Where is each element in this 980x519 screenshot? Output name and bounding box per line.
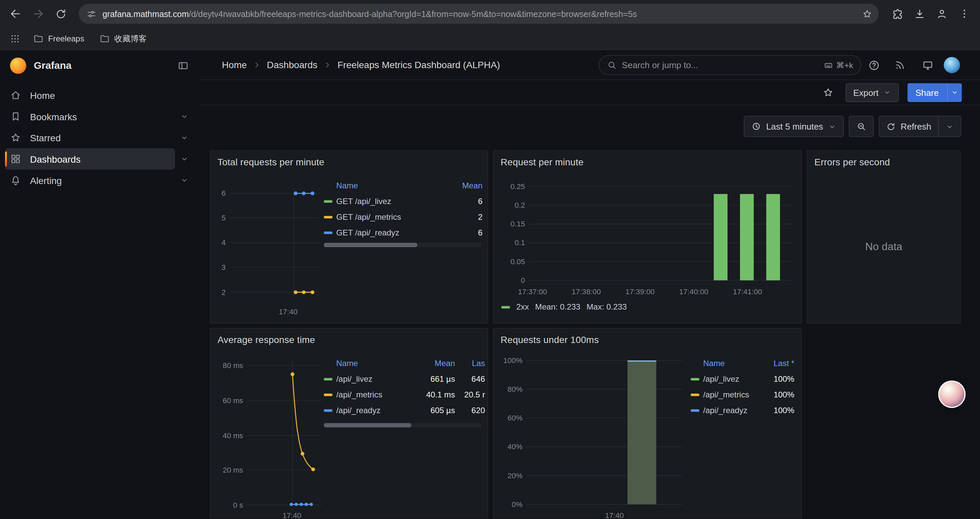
- sidebar-item-dashboards[interactable]: Dashboards: [5, 148, 175, 170]
- browser-window: grafana.mathmast.com/d/deytv4rwavabkb/fr…: [0, 0, 980, 519]
- scrollbar-thumb[interactable]: [324, 243, 418, 247]
- bookmark-label: Freeleaps: [48, 34, 84, 43]
- table-row[interactable]: /api/_livez 661 µs 646: [324, 371, 488, 387]
- refresh-split-button: Refresh: [878, 116, 961, 137]
- col-name[interactable]: Name: [336, 181, 448, 190]
- news-button[interactable]: [890, 55, 910, 75]
- sidebar-item-home[interactable]: Home: [5, 85, 194, 106]
- table-scrollbar[interactable]: [324, 423, 482, 428]
- table-scrollbar[interactable]: [324, 243, 482, 247]
- table-row[interactable]: GET /api/_readyz 6: [324, 225, 483, 241]
- y-tick: 0%: [496, 498, 523, 510]
- user-avatar[interactable]: [943, 57, 960, 73]
- expand-starred-button[interactable]: [175, 127, 194, 148]
- bookmark-star-button[interactable]: [859, 6, 875, 22]
- series-swatch: [690, 409, 699, 411]
- table-row[interactable]: GET /api/_metrics 2: [324, 209, 483, 225]
- y-tick: 40%: [496, 441, 523, 452]
- bar-chart: [527, 356, 682, 510]
- sidebar-item-alerting[interactable]: Alerting: [5, 170, 175, 191]
- bookmark-folder-blogs[interactable]: 收藏博客: [94, 30, 153, 47]
- sidebar-item-starred[interactable]: Starred: [5, 127, 175, 148]
- bookmark-icon: [10, 111, 21, 122]
- panel-title[interactable]: Errors per second: [814, 156, 890, 167]
- breadcrumb-current[interactable]: Freeleaps Metrics Dashboard (ALPHA): [337, 59, 500, 70]
- active-item-accent: [5, 151, 7, 166]
- bookmarks-bar: Freeleaps 收藏博客: [0, 27, 980, 50]
- profile-button[interactable]: [931, 3, 953, 24]
- bookmark-label: 收藏博客: [115, 33, 147, 44]
- favorite-dashboard-button[interactable]: [819, 83, 837, 101]
- breadcrumb-home[interactable]: Home: [222, 59, 247, 70]
- site-settings-icon[interactable]: [86, 8, 97, 19]
- search-bar[interactable]: ⌘+k: [599, 55, 861, 75]
- refresh-interval-button[interactable]: [938, 117, 960, 137]
- back-button[interactable]: [5, 3, 26, 24]
- no-data-message: No data: [808, 241, 960, 253]
- display-button[interactable]: [918, 55, 938, 75]
- table-row[interactable]: /api/_metrics 40.1 ms 20.5 r: [324, 387, 488, 402]
- extensions-button[interactable]: [886, 3, 908, 24]
- table-row[interactable]: /api/_readyz 100%: [690, 402, 794, 418]
- bar-chart: [529, 182, 794, 284]
- col-name[interactable]: Name: [703, 359, 762, 368]
- floating-assistant-avatar[interactable]: [938, 380, 965, 408]
- series-swatch: [324, 378, 332, 380]
- apps-button[interactable]: [6, 30, 24, 47]
- url-domain: grafana.mathmast.com: [102, 9, 189, 18]
- share-button[interactable]: Share: [907, 83, 947, 102]
- panel-title[interactable]: Requests under 100ms: [501, 334, 599, 345]
- reload-button[interactable]: [50, 3, 72, 24]
- share-menu-button[interactable]: [947, 83, 962, 102]
- panel-title[interactable]: Total requests per minute: [218, 156, 324, 167]
- downloads-button[interactable]: [908, 3, 930, 24]
- share-split-button: Share: [907, 83, 962, 102]
- sidebar-header: Grafana: [0, 50, 199, 81]
- table-row[interactable]: /api/_metrics 100%: [690, 387, 794, 402]
- sidebar-item-bookmarks[interactable]: Bookmarks: [5, 106, 175, 127]
- monitor-icon: [922, 59, 934, 71]
- zoom-out-button[interactable]: [849, 116, 873, 137]
- chevron-down-icon: [883, 88, 891, 96]
- chevron-right-icon: [253, 61, 261, 69]
- scrollbar-thumb[interactable]: [324, 423, 411, 428]
- panel-title[interactable]: Request per minute: [501, 156, 584, 167]
- col-last[interactable]: Last *: [762, 359, 794, 368]
- series-swatch: [324, 200, 332, 203]
- table-row[interactable]: /api/_readyz 605 µs 620: [324, 402, 488, 418]
- expand-bookmarks-button[interactable]: [175, 106, 194, 127]
- expand-alerting-button[interactable]: [175, 170, 194, 191]
- forward-button[interactable]: [27, 3, 49, 24]
- help-button[interactable]: [864, 55, 884, 75]
- x-tick: 17:40:00: [672, 286, 716, 297]
- table-row[interactable]: GET /api/_livez 6: [324, 193, 483, 209]
- time-range-picker[interactable]: Last 5 minutes: [744, 116, 844, 137]
- col-mean[interactable]: Mean: [402, 359, 455, 368]
- breadcrumb-dashboards[interactable]: Dashboards: [267, 59, 318, 70]
- col-last[interactable]: Las: [455, 359, 485, 368]
- search-input[interactable]: [622, 60, 819, 70]
- download-icon: [913, 8, 925, 20]
- time-range-label: Last 5 minutes: [766, 121, 823, 132]
- bookmark-folder-freeleaps[interactable]: Freeleaps: [27, 31, 90, 46]
- export-button[interactable]: Export: [846, 83, 898, 102]
- y-tick: 0.1: [497, 237, 525, 249]
- zoom-out-icon: [856, 121, 866, 132]
- sidebar: Grafana Home Bookmarks: [0, 50, 199, 519]
- collapse-sidebar-icon[interactable]: [177, 60, 189, 72]
- star-icon: [822, 87, 834, 98]
- panel-title[interactable]: Average response time: [218, 334, 315, 345]
- col-name[interactable]: Name: [336, 359, 402, 368]
- refresh-button[interactable]: Refresh: [879, 117, 938, 137]
- sidebar-item-label: Starred: [30, 132, 170, 143]
- grafana-logo[interactable]: [10, 57, 26, 74]
- browser-menu-button[interactable]: [954, 3, 975, 24]
- chevron-down-icon: [946, 122, 954, 130]
- kebab-menu-icon: [959, 8, 970, 19]
- clock-icon: [751, 121, 761, 132]
- table-row[interactable]: /api/_livez 100%: [690, 371, 794, 387]
- expand-dashboards-button[interactable]: [175, 148, 194, 170]
- legend-series-name[interactable]: 2xx: [516, 302, 529, 311]
- url-bar[interactable]: grafana.mathmast.com/d/deytv4rwavabkb/fr…: [79, 4, 878, 24]
- col-mean[interactable]: Mean: [448, 181, 483, 190]
